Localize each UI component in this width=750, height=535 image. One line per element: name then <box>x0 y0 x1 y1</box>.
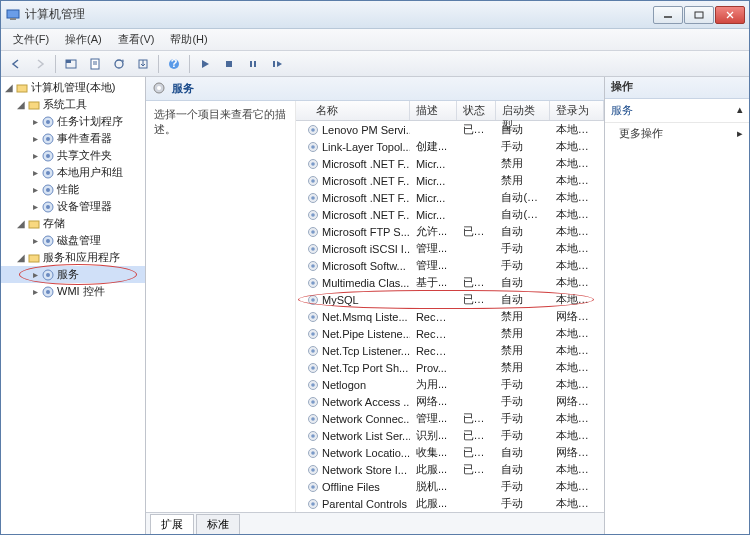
help-button[interactable]: ? <box>163 53 185 75</box>
menu-file[interactable]: 文件(F) <box>5 30 57 49</box>
service-row[interactable]: Microsoft iSCSI I... 管理... 手动 本地系统 <box>296 240 604 257</box>
tree-item-磁盘管理[interactable]: ▸磁盘管理 <box>1 232 145 249</box>
close-button[interactable] <box>715 6 745 24</box>
actions-more[interactable]: 更多操作 ▸ <box>605 123 749 144</box>
restart-button[interactable] <box>266 53 288 75</box>
service-icon <box>306 480 320 494</box>
service-row[interactable]: Network Connec... 管理... 已启动 手动 本地系统 <box>296 410 604 427</box>
service-row[interactable]: Net.Msmq Liste... Rece... 禁用 网络服务 <box>296 308 604 325</box>
back-button[interactable] <box>5 53 27 75</box>
service-row[interactable]: Net.Tcp Listener... Rece... 禁用 本地服务 <box>296 342 604 359</box>
service-icon <box>306 344 320 358</box>
clock-icon <box>41 115 55 129</box>
service-row[interactable]: Microsoft .NET F... Micr... 自动(延迟... 本地系… <box>296 189 604 206</box>
service-row[interactable]: Microsoft .NET F... Micr... 禁用 本地系统 <box>296 155 604 172</box>
service-icon <box>306 395 320 409</box>
tree-item-服务[interactable]: ▸服务 <box>1 266 145 283</box>
tree-group-2[interactable]: ◢服务和应用程序 <box>1 249 145 266</box>
svg-point-78 <box>311 417 315 421</box>
service-row[interactable]: Microsoft .NET F... Micr... 自动(延迟... 本地系… <box>296 206 604 223</box>
tree-group-0[interactable]: ◢系统工具 <box>1 96 145 113</box>
tree-item-设备管理器[interactable]: ▸设备管理器 <box>1 198 145 215</box>
tree-group-1[interactable]: ◢存储 <box>1 215 145 232</box>
service-row[interactable]: Netlogon 为用... 手动 本地系统 <box>296 376 604 393</box>
properties-button[interactable] <box>84 53 106 75</box>
maximize-button[interactable] <box>684 6 714 24</box>
service-row[interactable]: Microsoft Softw... 管理... 手动 本地系统 <box>296 257 604 274</box>
service-row[interactable]: Lenovo PM Servi... 已启动 自动 本地系统 <box>296 121 604 138</box>
description-panel: 选择一个项目来查看它的描述。 <box>146 101 296 512</box>
menu-action[interactable]: 操作(A) <box>57 30 110 49</box>
svg-rect-15 <box>226 61 232 67</box>
service-icon <box>306 174 320 188</box>
service-row[interactable]: MySQL 已启动 自动 本地系统 <box>296 291 604 308</box>
play-button[interactable] <box>194 53 216 75</box>
svg-point-68 <box>311 332 315 336</box>
service-row[interactable]: Offline Files 脱机... 手动 本地系统 <box>296 478 604 495</box>
svg-point-74 <box>311 383 315 387</box>
svg-point-64 <box>311 298 315 302</box>
svg-rect-0 <box>7 10 19 18</box>
service-icon <box>306 191 320 205</box>
col-status[interactable]: 状态 <box>457 101 496 120</box>
svg-point-54 <box>311 213 315 217</box>
service-icon <box>306 378 320 392</box>
refresh-button[interactable] <box>108 53 130 75</box>
svg-rect-33 <box>29 221 39 228</box>
tree-item-事件查看器[interactable]: ▸事件查看器 <box>1 130 145 147</box>
titlebar[interactable]: 计算机管理 <box>1 1 749 29</box>
service-row[interactable]: Network Access ... 网络... 手动 网络服务 <box>296 393 604 410</box>
tree-root[interactable]: ◢计算机管理(本地) <box>1 79 145 96</box>
col-name[interactable]: 名称 <box>296 101 410 120</box>
service-row[interactable]: Parental Controls 此服... 手动 本地服务 <box>296 495 604 512</box>
svg-point-66 <box>311 315 315 319</box>
service-row[interactable]: Microsoft .NET F... Micr... 禁用 本地系统 <box>296 172 604 189</box>
service-row[interactable]: Network Locatio... 收集... 已启动 自动 网络服务 <box>296 444 604 461</box>
svg-point-28 <box>46 171 50 175</box>
svg-point-76 <box>311 400 315 404</box>
gear-icon <box>41 268 55 282</box>
chevron-right-icon: ▸ <box>737 127 743 140</box>
tree-item-任务计划程序[interactable]: ▸任务计划程序 <box>1 113 145 130</box>
svg-point-86 <box>311 485 315 489</box>
service-row[interactable]: Multimedia Clas... 基于... 已启动 自动 本地系统 <box>296 274 604 291</box>
perf-icon <box>41 183 55 197</box>
services-list[interactable]: 名称 描述 状态 启动类型 登录为 Lenovo PM Servi... 已启动… <box>296 101 604 512</box>
tab-extended[interactable]: 扩展 <box>150 514 194 534</box>
service-row[interactable]: Link-Layer Topol... 创建... 手动 本地服务 <box>296 138 604 155</box>
tree-item-本地用户和组[interactable]: ▸本地用户和组 <box>1 164 145 181</box>
service-row[interactable]: Net.Pipe Listene... Rece... 禁用 本地服务 <box>296 325 604 342</box>
up-button[interactable] <box>60 53 82 75</box>
service-row[interactable]: Net.Tcp Port Sh... Prov... 禁用 本地服务 <box>296 359 604 376</box>
menu-view[interactable]: 查看(V) <box>110 30 163 49</box>
forward-button[interactable] <box>29 53 51 75</box>
chevron-up-icon[interactable]: ▴ <box>737 103 743 116</box>
pause-button[interactable] <box>242 53 264 75</box>
list-header[interactable]: 名称 描述 状态 启动类型 登录为 <box>296 101 604 121</box>
service-row[interactable]: Microsoft FTP S... 允许... 已启动 自动 本地系统 <box>296 223 604 240</box>
minimize-button[interactable] <box>653 6 683 24</box>
tree-pane[interactable]: ◢计算机管理(本地)◢系统工具▸任务计划程序▸事件查看器▸共享文件夹▸本地用户和… <box>1 77 146 534</box>
service-row[interactable]: Network Store I... 此服... 已启动 自动 本地服务 <box>296 461 604 478</box>
svg-rect-1 <box>10 18 16 20</box>
svg-rect-18 <box>273 61 275 67</box>
menu-help[interactable]: 帮助(H) <box>162 30 215 49</box>
service-row[interactable]: Network List Ser... 识别... 已启动 手动 本地服务 <box>296 427 604 444</box>
service-icon <box>306 361 320 375</box>
svg-point-84 <box>311 468 315 472</box>
tab-standard[interactable]: 标准 <box>196 514 240 534</box>
tree-item-共享文件夹[interactable]: ▸共享文件夹 <box>1 147 145 164</box>
actions-header: 操作 <box>605 77 749 99</box>
center-header: 服务 <box>146 77 604 101</box>
wmi-icon <box>41 285 55 299</box>
tree-item-性能[interactable]: ▸性能 <box>1 181 145 198</box>
col-logon[interactable]: 登录为 <box>550 101 604 120</box>
col-desc[interactable]: 描述 <box>410 101 457 120</box>
svg-rect-36 <box>29 255 39 262</box>
col-start[interactable]: 启动类型 <box>496 101 550 120</box>
service-icon <box>306 463 320 477</box>
service-icon <box>306 412 320 426</box>
tree-item-WMI 控件[interactable]: ▸WMI 控件 <box>1 283 145 300</box>
export-button[interactable] <box>132 53 154 75</box>
stop-button[interactable] <box>218 53 240 75</box>
